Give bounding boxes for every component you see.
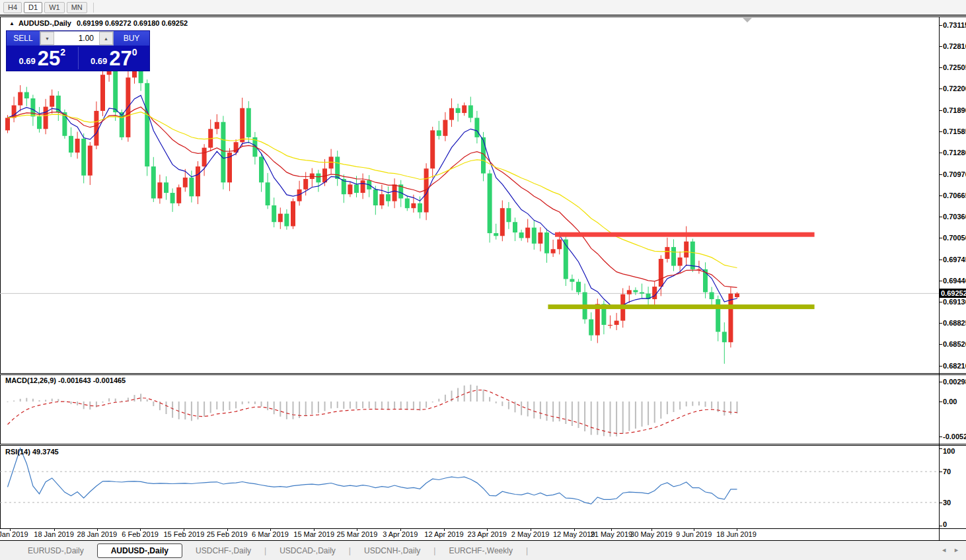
price-tick-label: 0.71280: [943, 149, 966, 157]
chart-tab-usdcad[interactable]: USDCAD-,Daily: [266, 544, 349, 557]
macd-label: MACD(12,26,9) -0.001643 -0.001465: [5, 376, 126, 384]
support-hline: [548, 304, 814, 309]
date-tick-label: 25 Feb 2019: [207, 530, 248, 538]
timeframe-buttons: H4D1W1MN: [3, 2, 89, 13]
tab-scroll-left-icon[interactable]: ◄: [941, 547, 947, 553]
price-tick: [939, 238, 942, 238]
rsi-name: RSI(14): [5, 448, 30, 456]
price-tick-label: 0.73115: [943, 21, 966, 29]
moving-average-line-20: [8, 107, 737, 287]
toolbar-separator: [93, 3, 94, 13]
chart-tab-usdcnh[interactable]: USDCNH-,Daily: [351, 544, 433, 557]
sell-price-display[interactable]: 0.69 25 2: [7, 47, 79, 69]
price-tick: [939, 174, 942, 175]
price-tick-label: 0.72810: [943, 42, 966, 50]
chart-tab-usdchf[interactable]: USDCHF-,Daily: [182, 544, 264, 557]
price-tick: [939, 217, 942, 217]
macd-histogram: [7, 385, 738, 437]
price-tick: [939, 302, 942, 302]
date-tick-label: 15 Mar 2019: [293, 530, 334, 538]
date-tick-label: 30 May 2019: [630, 530, 673, 538]
tab-scroll-nav: ◄ ►: [941, 547, 959, 553]
timeframe-button-mn[interactable]: MN: [67, 2, 87, 13]
date-tick-label: 25 Mar 2019: [337, 530, 378, 538]
price-tick: [939, 25, 942, 26]
price-tick-label: 0.69745: [943, 256, 966, 263]
rsi-tick: [939, 503, 942, 503]
rsi-tick-label: 0: [943, 520, 947, 528]
timeframe-button-d1[interactable]: D1: [24, 2, 42, 13]
buy-button[interactable]: BUY: [114, 31, 149, 46]
sell-price-prefix: 0.69: [19, 56, 35, 69]
price-tick-label: 0.70970: [943, 170, 966, 178]
price-tick: [939, 366, 942, 367]
price-tick-label: 0.70050: [943, 234, 966, 242]
pane-splitter-rsi[interactable]: [0, 444, 966, 446]
buy-price-pips: 27: [109, 48, 131, 69]
volume-decrease-button[interactable]: ▼: [40, 32, 54, 45]
macd-tick-label: 0.00: [943, 398, 957, 405]
one-click-toggle-icon[interactable]: ▲: [9, 20, 15, 26]
price-tick-label: 0.72200: [943, 85, 966, 92]
volume-input[interactable]: [54, 32, 99, 45]
price-tick-label: 0.71585: [943, 127, 966, 135]
price-tick-label: 0.72505: [943, 63, 966, 71]
macd-tick-label: -0.005256: [943, 433, 966, 440]
date-tick-label: 3 Apr 2019: [383, 530, 418, 538]
price-tick: [939, 110, 942, 111]
chart-tab-eurusd[interactable]: EURUSD-,Daily: [15, 544, 97, 557]
buy-price-display[interactable]: 0.69 27 0: [79, 47, 150, 69]
sell-button[interactable]: SELL: [7, 31, 40, 46]
macd-indicator-chart[interactable]: [0, 375, 939, 444]
date-tick-label: 6 Mar 2019: [252, 530, 289, 538]
macd-tick-label: 0.002984: [943, 378, 966, 386]
price-tick: [939, 344, 942, 345]
timeframe-button-h4[interactable]: H4: [3, 2, 22, 13]
rsi-tick: [939, 448, 942, 449]
chart-tab-eurchf[interactable]: EURCHF-,Weekly: [435, 544, 525, 557]
price-tick: [939, 153, 942, 153]
macd-values: -0.001643 -0.001465: [58, 376, 126, 384]
date-axis-border: [0, 528, 966, 529]
tab-separator: |: [526, 546, 528, 555]
rsi-value: 49.3745: [32, 448, 59, 456]
moving-average-line-40: [8, 112, 737, 268]
macd-tick: [939, 382, 942, 382]
buy-price-point: 0: [132, 47, 137, 57]
chart-title: ▲AUDUSD-,Daily0.69199 0.69272 0.69180 0.…: [9, 19, 188, 27]
price-tick: [939, 323, 942, 324]
chart-tab-audusd[interactable]: AUDUSD-,Daily: [97, 543, 182, 558]
price-tick-label: 0.70665: [943, 192, 966, 199]
tab-scroll-right-icon[interactable]: ►: [953, 547, 959, 553]
price-tick: [939, 260, 942, 260]
candles: [5, 39, 739, 364]
date-tick-label: 9 Jan 2019: [0, 530, 28, 538]
rsi-line: [8, 448, 737, 504]
sell-price-point: 2: [60, 47, 65, 57]
price-tick-label: 0.69130: [943, 298, 966, 306]
price-tick-label: 0.71890: [943, 106, 966, 114]
date-tick-label: 12 Apr 2019: [424, 530, 463, 538]
rsi-label: RSI(14) 49.3745: [5, 448, 59, 456]
date-tick-label: 23 Apr 2019: [468, 530, 507, 538]
price-tick: [939, 131, 942, 132]
macd-tick: [939, 402, 942, 402]
macd-tick: [939, 437, 942, 437]
price-tick: [939, 195, 942, 196]
timeframe-toolbar: H4D1W1MN: [0, 0, 966, 15]
ohlc-values: 0.69199 0.69272 0.69180 0.69252: [77, 19, 188, 27]
price-tick-label: 0.68825: [943, 319, 966, 327]
price-tick: [939, 281, 942, 281]
rsi-indicator-chart[interactable]: [0, 446, 939, 528]
price-tick: [939, 46, 942, 47]
pane-splitter-macd[interactable]: [0, 373, 966, 375]
symbol-period-label: AUDUSD-,Daily: [19, 19, 71, 27]
date-tick-label: 15 Feb 2019: [163, 530, 204, 538]
date-tick-label: 18 Jan 2019: [34, 530, 74, 538]
volume-increase-button[interactable]: ▲: [99, 32, 113, 45]
timeframe-button-w1[interactable]: W1: [44, 2, 65, 13]
one-click-trading-panel: SELL ▼ ▲ BUY 0.69 25 2 0.69 27 0: [7, 31, 149, 71]
toolbar-divider: [0, 15, 966, 16]
volume-box: ▼ ▲: [40, 31, 114, 46]
rsi-tick: [939, 472, 942, 472]
